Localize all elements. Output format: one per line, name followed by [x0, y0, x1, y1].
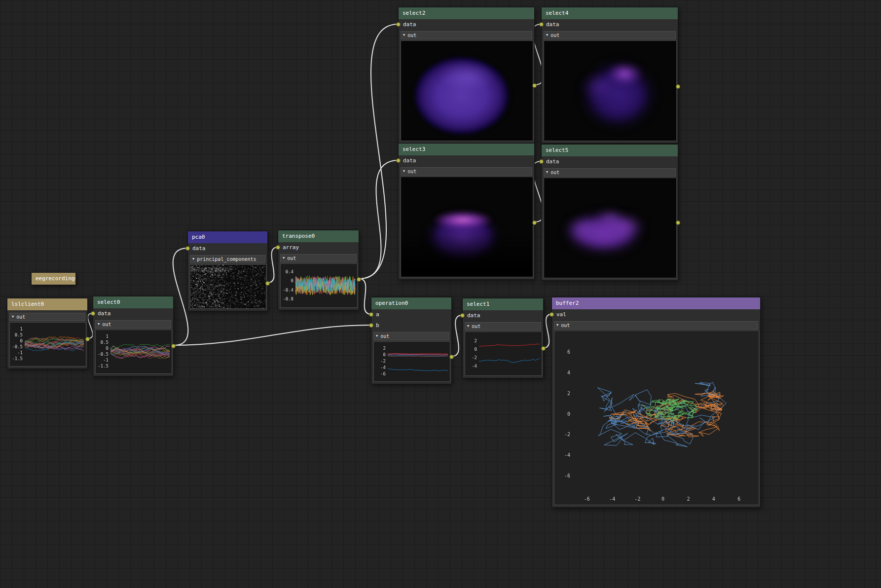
output-port-out[interactable]	[532, 83, 537, 88]
input-row-data: data	[399, 19, 534, 30]
output-port-out[interactable]	[676, 84, 680, 89]
node-select5[interactable]: select5data▼out	[541, 144, 678, 281]
node-header[interactable]: pca0	[188, 231, 267, 243]
output-port-out[interactable]	[541, 346, 546, 351]
input-port-data[interactable]	[185, 246, 190, 251]
input-port-data[interactable]	[396, 22, 401, 27]
node-select0[interactable]: select0data▼out	[93, 296, 174, 376]
section-bar-principal_components[interactable]: ▼principal_components	[190, 255, 265, 263]
plot-preview	[465, 331, 542, 376]
collapse-icon[interactable]: ▼	[98, 323, 100, 326]
output-port-out[interactable]	[676, 220, 680, 225]
node-header[interactable]: transpose0	[278, 230, 359, 242]
collapse-icon[interactable]: ▼	[283, 257, 285, 260]
collapse-icon[interactable]: ▼	[546, 34, 548, 37]
section-bar-out[interactable]: ▼out	[401, 31, 532, 39]
output-port-out[interactable]	[85, 337, 90, 341]
section-bar-out[interactable]: ▼out	[280, 254, 357, 262]
section-bar-out[interactable]: ▼out	[554, 321, 758, 330]
node-lslclient0[interactable]: lslclient0▼out	[7, 298, 88, 369]
plot-preview	[9, 322, 86, 367]
input-port-b[interactable]	[369, 323, 373, 328]
node-select4[interactable]: select4data▼out	[541, 7, 678, 144]
node-title: select1	[467, 301, 489, 307]
output-port-out[interactable]	[449, 355, 454, 359]
section-bar-out[interactable]: ▼out	[544, 31, 676, 39]
collapse-icon[interactable]: ▼	[556, 324, 558, 327]
section-label: out	[407, 33, 416, 38]
image-preview	[401, 177, 533, 277]
output-port-out[interactable]	[357, 277, 361, 282]
image-preview	[544, 40, 677, 141]
node-pca0[interactable]: pca0data▼principal_components	[187, 231, 268, 311]
node-title: pca0	[192, 234, 205, 240]
section-label: out	[16, 314, 25, 320]
input-label: data	[467, 312, 480, 319]
node-graph-canvas[interactable]: eegrecording0lslclient0▼outselect0data▼o…	[0, 0, 881, 588]
section-bar-out[interactable]: ▼out	[401, 167, 532, 176]
collapse-icon[interactable]: ▼	[467, 325, 469, 328]
section-bar-out[interactable]: ▼out	[373, 332, 449, 340]
node-header[interactable]: select2	[399, 7, 534, 19]
input-row-data: data	[542, 19, 678, 30]
node-header[interactable]: select5	[542, 145, 678, 156]
input-row-data: data	[542, 156, 678, 167]
plot-preview	[373, 341, 450, 382]
node-header[interactable]: operation0	[371, 297, 451, 309]
node-select2[interactable]: select2data▼out	[398, 7, 535, 144]
input-port-array[interactable]	[276, 245, 280, 250]
input-row-data: data	[463, 310, 543, 321]
node-header[interactable]: select1	[463, 298, 543, 310]
input-row-val: val	[552, 309, 760, 320]
node-select1[interactable]: select1data▼out	[462, 298, 544, 378]
node-header[interactable]: eegrecording0	[32, 273, 75, 285]
section-label: out	[472, 324, 480, 329]
collapse-icon[interactable]: ▼	[403, 34, 405, 37]
input-port-data[interactable]	[460, 313, 465, 318]
collapse-icon[interactable]: ▼	[376, 334, 378, 338]
input-port-val[interactable]	[550, 312, 554, 317]
output-port-out[interactable]	[265, 281, 270, 286]
node-eegrecording0[interactable]: eegrecording0	[31, 272, 76, 285]
section-label: out	[561, 323, 570, 328]
section-bar-out[interactable]: ▼out	[465, 322, 541, 331]
collapse-icon[interactable]: ▼	[192, 257, 194, 261]
section-bar-out[interactable]: ▼out	[9, 313, 85, 321]
collapse-icon[interactable]: ▼	[12, 315, 14, 319]
node-header[interactable]: select3	[399, 144, 534, 155]
node-title: select5	[546, 147, 568, 153]
image-preview	[544, 178, 677, 278]
input-row-data: data	[188, 243, 267, 254]
section-label: out	[407, 169, 416, 174]
node-operation0[interactable]: operation0ab▼out	[371, 297, 452, 384]
input-port-data[interactable]	[539, 159, 544, 164]
node-select3[interactable]: select3data▼out	[398, 143, 535, 280]
node-buffer2[interactable]: buffer2val▼out	[551, 297, 761, 508]
node-header[interactable]: buffer2	[552, 297, 760, 309]
input-label: val	[556, 311, 566, 318]
input-port-data[interactable]	[539, 22, 544, 27]
input-label: data	[403, 21, 416, 28]
input-label: b	[376, 322, 379, 329]
node-header[interactable]: lslclient0	[7, 298, 87, 310]
node-header[interactable]: select0	[93, 296, 173, 308]
image-preview	[401, 40, 533, 141]
node-header[interactable]: select4	[542, 7, 678, 19]
collapse-icon[interactable]: ▼	[546, 171, 548, 174]
input-port-a[interactable]	[369, 312, 373, 317]
plot-preview	[554, 331, 759, 505]
section-bar-out[interactable]: ▼out	[95, 320, 171, 329]
input-label: data	[98, 310, 111, 317]
input-port-data[interactable]	[91, 311, 95, 316]
input-port-data[interactable]	[396, 158, 401, 163]
section-bar-out[interactable]: ▼out	[544, 168, 676, 177]
output-port-out[interactable]	[532, 220, 537, 225]
output-port-out[interactable]	[171, 344, 176, 348]
spacer	[7, 310, 87, 312]
plot-preview	[280, 263, 358, 308]
node-transpose0[interactable]: transpose0array▼out	[278, 230, 359, 310]
node-title: select0	[97, 299, 120, 305]
section-label: out	[551, 170, 559, 175]
collapse-icon[interactable]: ▼	[403, 170, 405, 173]
input-row-b: b	[371, 320, 451, 331]
